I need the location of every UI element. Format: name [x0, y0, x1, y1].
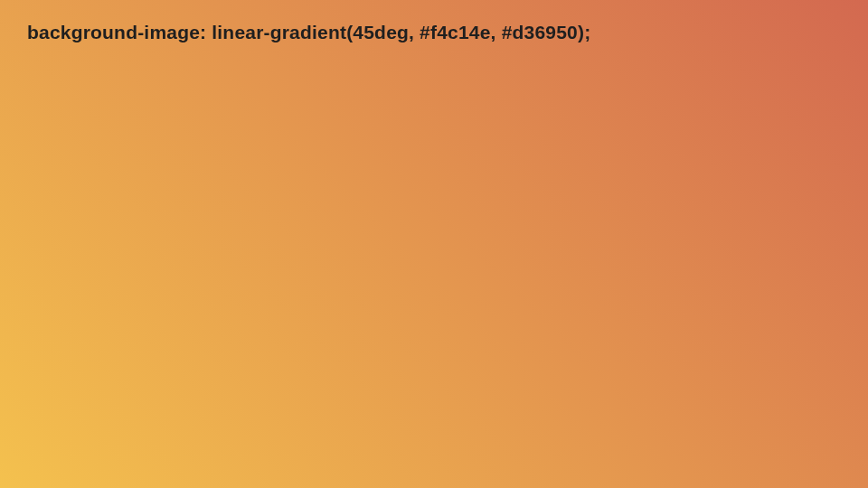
css-declaration-text: background-image: linear-gradient(45deg,… [27, 22, 590, 43]
